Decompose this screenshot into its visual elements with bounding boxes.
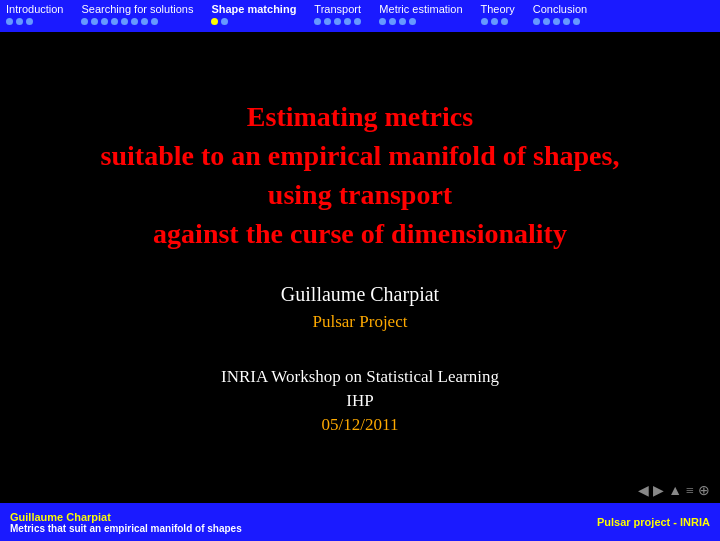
nav-ctrl-btn-1[interactable]: ▶ xyxy=(653,482,664,499)
nav-dot xyxy=(533,18,540,25)
nav-dots xyxy=(481,18,508,25)
nav-ctrl-btn-3[interactable]: ≡ xyxy=(686,483,694,499)
status-left: Guillaume Charpiat Metrics that suit an … xyxy=(10,511,242,534)
nav-label: Transport xyxy=(314,2,361,16)
nav-dot xyxy=(141,18,148,25)
nav-dots xyxy=(211,18,228,25)
title-line4: against the curse of dimensionality xyxy=(101,214,620,253)
nav-dot xyxy=(389,18,396,25)
project-name: Pulsar Project xyxy=(281,312,439,332)
nav-dot xyxy=(553,18,560,25)
nav-dot xyxy=(379,18,386,25)
nav-dot xyxy=(399,18,406,25)
nav-dot xyxy=(131,18,138,25)
title-block: Estimating metrics suitable to an empiri… xyxy=(101,97,620,254)
nav-dot xyxy=(26,18,33,25)
nav-section-shape-matching[interactable]: Shape matching xyxy=(211,2,296,25)
nav-dot xyxy=(481,18,488,25)
nav-section-metric-estimation[interactable]: Metric estimation xyxy=(379,2,462,25)
nav-label: Theory xyxy=(481,2,515,16)
nav-dot xyxy=(111,18,118,25)
nav-label: Shape matching xyxy=(211,2,296,16)
nav-dot xyxy=(211,18,218,25)
nav-dots xyxy=(533,18,580,25)
slide-content: Estimating metrics suitable to an empiri… xyxy=(0,32,720,500)
top-navigation: IntroductionSearching for solutionsShape… xyxy=(0,0,720,32)
nav-label: Metric estimation xyxy=(379,2,462,16)
nav-dots xyxy=(81,18,158,25)
nav-section-introduction[interactable]: Introduction xyxy=(6,2,63,25)
nav-dot xyxy=(16,18,23,25)
nav-dot xyxy=(101,18,108,25)
nav-dots xyxy=(314,18,361,25)
nav-dot xyxy=(334,18,341,25)
venue-name: IHP xyxy=(221,391,499,411)
nav-dot xyxy=(151,18,158,25)
nav-dot xyxy=(491,18,498,25)
event-date: 05/12/2011 xyxy=(221,415,499,435)
nav-dot xyxy=(409,18,416,25)
nav-dot xyxy=(344,18,351,25)
nav-dot xyxy=(91,18,98,25)
nav-dot xyxy=(81,18,88,25)
nav-section-searching-for-solutions[interactable]: Searching for solutions xyxy=(81,2,193,25)
workshop-name: INRIA Workshop on Statistical Learning xyxy=(221,367,499,387)
nav-dot xyxy=(324,18,331,25)
nav-dots xyxy=(379,18,416,25)
nav-dot xyxy=(543,18,550,25)
author-block: Guillaume Charpiat Pulsar Project xyxy=(281,283,439,332)
nav-dot xyxy=(221,18,228,25)
nav-label: Searching for solutions xyxy=(81,2,193,16)
author-name: Guillaume Charpiat xyxy=(281,283,439,306)
nav-dot xyxy=(573,18,580,25)
nav-ctrl-btn-0[interactable]: ◀ xyxy=(638,482,649,499)
event-block: INRIA Workshop on Statistical Learning I… xyxy=(221,367,499,435)
nav-dot xyxy=(354,18,361,25)
title-line1: Estimating metrics xyxy=(101,97,620,136)
title-line2: suitable to an empirical manifold of sha… xyxy=(101,136,620,175)
nav-label: Introduction xyxy=(6,2,63,16)
nav-dot xyxy=(121,18,128,25)
nav-section-conclusion[interactable]: Conclusion xyxy=(533,2,587,25)
nav-dot xyxy=(563,18,570,25)
nav-section-transport[interactable]: Transport xyxy=(314,2,361,25)
status-author: Guillaume Charpiat xyxy=(10,511,242,523)
title-line3: using transport xyxy=(101,175,620,214)
nav-dot xyxy=(6,18,13,25)
status-right: Pulsar project - INRIA xyxy=(597,516,710,528)
nav-dot xyxy=(501,18,508,25)
nav-dots xyxy=(6,18,33,25)
nav-label: Conclusion xyxy=(533,2,587,16)
nav-ctrl-btn-2[interactable]: ▲ xyxy=(668,483,682,499)
nav-section-theory[interactable]: Theory xyxy=(481,2,515,25)
status-bar: Guillaume Charpiat Metrics that suit an … xyxy=(0,503,720,541)
status-subtitle: Metrics that suit an empirical manifold … xyxy=(10,523,242,534)
navigation-controls[interactable]: ◀▶▲≡⊕ xyxy=(638,482,710,499)
nav-dot xyxy=(314,18,321,25)
nav-ctrl-btn-4[interactable]: ⊕ xyxy=(698,482,710,499)
